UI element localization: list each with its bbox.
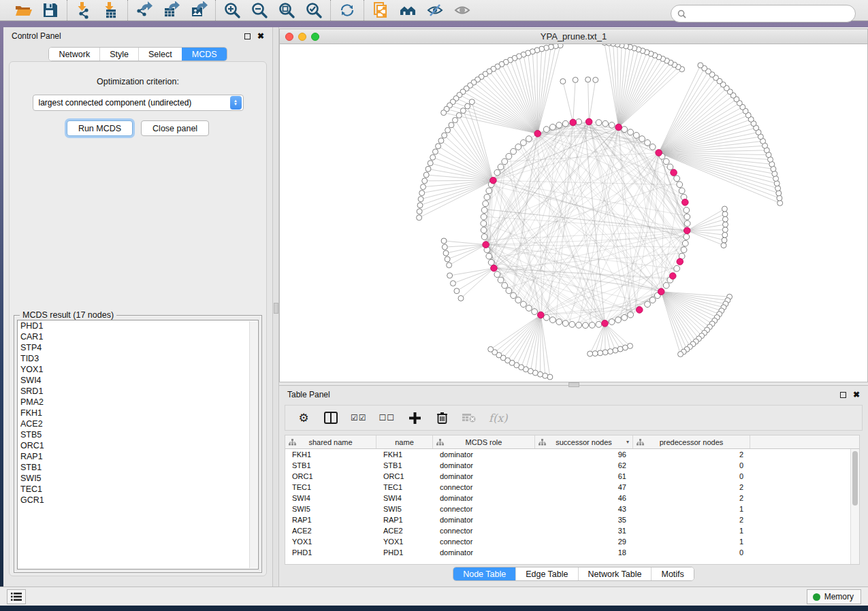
cell[interactable]: PHD1 [376, 548, 433, 557]
columns-icon[interactable] [323, 410, 338, 426]
table-row[interactable]: SWI4SWI4dominator462 [285, 493, 859, 503]
optimization-criterion-select[interactable]: largest connected component (undirected)… [33, 95, 244, 111]
cell[interactable]: SWI5 [376, 505, 433, 513]
delete-column-icon[interactable] [434, 410, 449, 426]
float-panel-icon[interactable] [244, 33, 251, 39]
column-header-shared-name[interactable]: shared name [285, 435, 376, 448]
cell[interactable]: 0 [633, 472, 750, 480]
column-header-name[interactable]: name [376, 435, 433, 448]
cell[interactable]: dominator [433, 548, 535, 557]
column-header-successor-nodes[interactable]: successor nodes▾ [535, 435, 633, 448]
cell[interactable]: TEC1 [285, 483, 376, 491]
cell[interactable]: dominator [433, 472, 535, 480]
zoom-fit-icon[interactable] [277, 1, 296, 20]
import-table-icon[interactable] [101, 1, 120, 20]
function-builder-icon[interactable]: f(x) [489, 410, 507, 426]
result-list-item[interactable]: PHD1 [18, 320, 258, 331]
add-column-icon[interactable] [407, 410, 422, 426]
cell[interactable]: YOX1 [285, 538, 376, 546]
table-scrollbar-thumb[interactable] [852, 451, 858, 506]
result-list-item[interactable]: STP4 [18, 342, 258, 353]
result-list-item[interactable]: ACE2 [18, 418, 258, 429]
cell[interactable]: 1 [633, 505, 750, 513]
cell[interactable]: 47 [535, 483, 633, 491]
select-all-icon[interactable]: ☑☑ [351, 410, 367, 426]
cell[interactable]: 18 [535, 548, 633, 557]
two-houses-icon[interactable] [398, 1, 417, 20]
result-list-item[interactable]: CAR1 [18, 331, 258, 342]
cell[interactable]: 43 [535, 505, 633, 513]
table-row[interactable]: PHD1PHD1dominator180 [285, 547, 859, 558]
mcds-result-list[interactable]: PHD1CAR1STP4TID3YOX1SWI4SRD1PMA2FKH1ACE2… [17, 320, 259, 569]
close-panel-button[interactable]: Close panel [141, 120, 209, 136]
close-panel-icon[interactable]: ✖ [257, 32, 264, 40]
search-box[interactable] [671, 5, 856, 22]
tab-edge-table[interactable]: Edge Table [515, 567, 577, 580]
tab-mcds[interactable]: MCDS [182, 48, 227, 61]
result-list-item[interactable]: TEC1 [18, 484, 258, 495]
cell[interactable]: RAP1 [376, 516, 433, 524]
zoom-in-icon[interactable] [223, 1, 242, 20]
task-history-button[interactable] [7, 589, 26, 604]
cell[interactable]: ORC1 [376, 472, 433, 480]
zoom-selected-icon[interactable] [304, 1, 323, 20]
result-list-item[interactable]: SWI4 [18, 375, 258, 386]
network-canvas[interactable] [280, 44, 867, 382]
result-list-item[interactable]: SRD1 [18, 386, 258, 397]
save-icon[interactable] [41, 1, 60, 20]
cell[interactable]: 62 [535, 461, 633, 469]
tab-select[interactable]: Select [138, 48, 182, 61]
open-file-icon[interactable] [14, 1, 33, 20]
table-row[interactable]: FKH1FKH1dominator962 [285, 449, 859, 460]
close-table-panel-icon[interactable]: ✖ [853, 391, 860, 399]
cell[interactable]: dominator [433, 516, 535, 524]
show-hidden-eye-icon[interactable] [453, 1, 472, 20]
cell[interactable]: ACE2 [376, 527, 433, 535]
tab-node-table[interactable]: Node Table [453, 567, 515, 580]
cell[interactable]: 1 [633, 538, 750, 546]
export-table-icon[interactable] [162, 1, 181, 20]
export-image-icon[interactable] [189, 1, 208, 20]
cell[interactable]: 61 [535, 472, 633, 480]
cell[interactable]: RAP1 [285, 516, 376, 524]
cell[interactable]: 2 [633, 450, 750, 459]
cell[interactable]: ACE2 [285, 527, 376, 535]
gear-icon[interactable]: ⚙ [296, 410, 311, 426]
table-row[interactable]: STB1STB1dominator620 [285, 460, 859, 471]
table-row[interactable]: YOX1YOX1connector291 [285, 536, 859, 547]
deselect-all-icon[interactable]: ☐☐ [379, 410, 396, 426]
cell[interactable]: STB1 [285, 461, 376, 469]
result-list-item[interactable]: TID3 [18, 353, 258, 364]
result-list-item[interactable]: STB5 [18, 429, 258, 440]
result-list-item[interactable]: ORC1 [18, 440, 258, 451]
zoom-out-icon[interactable] [250, 1, 269, 20]
cell[interactable]: 31 [535, 527, 633, 535]
cell[interactable]: SWI4 [285, 494, 376, 502]
table-row[interactable]: ORC1ORC1dominator610 [285, 471, 859, 482]
result-list-item[interactable]: SWI5 [18, 473, 258, 484]
network-graph[interactable] [280, 44, 867, 382]
cell[interactable]: 2 [633, 494, 750, 502]
result-list-item[interactable]: PMA2 [18, 397, 258, 408]
memory-button[interactable]: Memory [807, 589, 861, 604]
column-header-predecessor-nodes[interactable]: predecessor nodes [633, 435, 750, 448]
cell[interactable]: 1 [633, 527, 750, 535]
hide-selected-eye-slash-icon[interactable] [425, 1, 445, 20]
cell[interactable]: STB1 [376, 461, 433, 469]
result-list-item[interactable]: FKH1 [18, 408, 258, 418]
cell[interactable]: connector [433, 483, 535, 491]
result-list-item[interactable]: STB1 [18, 462, 258, 473]
horizontal-splitter-grip[interactable] [568, 382, 579, 387]
cell[interactable]: ORC1 [285, 472, 376, 480]
result-list-item[interactable]: RAP1 [18, 451, 258, 462]
cell[interactable]: 0 [633, 461, 750, 469]
cell[interactable]: PHD1 [285, 548, 376, 557]
cell[interactable]: dominator [433, 450, 535, 459]
table-scrollbar[interactable] [850, 449, 859, 564]
cell[interactable]: connector [433, 538, 535, 546]
result-list-item[interactable]: YOX1 [18, 364, 258, 375]
cell[interactable]: 2 [633, 516, 750, 524]
table-row[interactable]: TEC1TEC1connector472 [285, 482, 859, 493]
cell[interactable]: 29 [535, 538, 633, 546]
tab-network-table[interactable]: Network Table [578, 567, 652, 580]
